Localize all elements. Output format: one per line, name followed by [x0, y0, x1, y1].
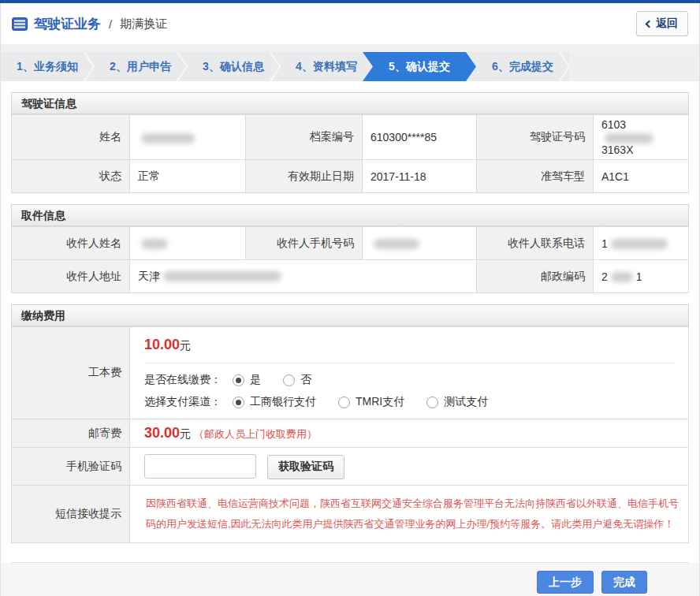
license-number-value: 61033163X	[594, 115, 689, 160]
table-row: 收件人姓名 收件人手机号码 收件人联系电话 1	[12, 227, 689, 260]
postage-value: 30.00元（邮政人员上门收取费用）	[130, 419, 689, 448]
address-value: 天津	[130, 260, 477, 293]
recipient-phone-value	[363, 227, 477, 260]
production-fee-amount-line: 10.00元	[144, 337, 674, 353]
status-value: 正常	[130, 160, 246, 193]
channel-option-tmri[interactable]: TMRI支付	[338, 395, 404, 409]
step-tab-2-label: 2、用户申告	[110, 60, 171, 74]
radio-unselected-icon	[338, 397, 350, 408]
step-tab-5-active[interactable]: 5、确认提交	[363, 52, 476, 81]
steps-bar-filler	[569, 52, 699, 81]
postcode-prefix: 2	[601, 270, 608, 283]
step-tab-2[interactable]: 2、用户申告	[94, 52, 187, 81]
fee-divider	[144, 363, 674, 363]
step-tab-4[interactable]: 4、资料填写	[280, 52, 373, 81]
finish-button[interactable]: 完成	[601, 571, 647, 594]
table-row: 工本费 10.00元 是否在线缴费： 是	[12, 327, 689, 419]
footer-bar: 上一步 完成	[1, 563, 699, 596]
table-row: 状态 正常 有效期止日期 2017-11-18 准驾车型 A1C1	[12, 160, 689, 193]
step-tab-3-label: 3、确认信息	[203, 60, 264, 74]
yuan-unit: 元	[180, 427, 191, 440]
postage-amount: 30.00	[144, 425, 180, 441]
get-code-button[interactable]: 获取验证码	[267, 455, 344, 479]
redacted-blob	[605, 133, 653, 143]
pay-channel-row: 选择支付渠道： 工商银行支付 TMRI支付	[144, 395, 674, 409]
sms-code-label: 手机验证码	[12, 448, 130, 486]
redacted-blob	[141, 239, 168, 249]
header-gap	[1, 45, 699, 52]
chevron-separator-icon	[177, 52, 188, 81]
file-number-label: 档案编号	[246, 115, 363, 160]
online-pay-option-yes[interactable]: 是	[233, 373, 261, 387]
license-number-suffix: 3163X	[601, 143, 633, 156]
page-subtitle: 期满换证	[120, 17, 167, 32]
channel-tmri-label: TMRI支付	[356, 395, 404, 409]
channel-test-label: 测试支付	[444, 395, 488, 409]
online-pay-yes-label: 是	[250, 373, 261, 387]
license-info-table: 姓名 档案编号 610300****85 驾驶证号码 61033163X 状态 …	[11, 114, 689, 193]
step-tab-3[interactable]: 3、确认信息	[187, 52, 280, 81]
online-pay-option-no[interactable]: 否	[283, 373, 311, 387]
license-section-title: 驾驶证信息	[11, 92, 689, 114]
channel-icbc-label: 工商银行支付	[250, 395, 316, 409]
sms-code-cell: 获取验证码	[130, 448, 689, 486]
radio-unselected-icon	[426, 397, 438, 408]
back-chevron-icon	[646, 20, 653, 28]
yuan-unit: 元	[180, 339, 191, 352]
list-icon	[12, 17, 28, 31]
step-tab-5-label: 5、确认提交	[389, 60, 450, 74]
recipient-name-label: 收件人姓名	[12, 227, 130, 260]
table-row: 手机验证码 获取验证码	[12, 448, 689, 486]
redacted-blob	[611, 239, 668, 249]
redacted-blob	[163, 271, 281, 281]
page-header: 驾驶证业务 / 期满换证 返回	[1, 3, 699, 45]
recipient-tel-value: 1	[594, 227, 689, 260]
step-tab-6[interactable]: 6、完成提交	[476, 52, 569, 81]
sms-tip-label: 短信接收提示	[12, 486, 130, 543]
page-container: 驾驶证业务 / 期满换证 返回 1、业务须知 2、用户申告 3、确认信息 4、资…	[0, 3, 700, 596]
previous-step-button[interactable]: 上一步	[537, 571, 594, 594]
channel-option-icbc[interactable]: 工商银行支付	[233, 395, 316, 409]
online-pay-label: 是否在线缴费：	[144, 373, 222, 387]
online-pay-no-label: 否	[300, 373, 311, 387]
redacted-blob	[611, 272, 633, 282]
online-pay-row: 是否在线缴费： 是 否	[144, 373, 674, 387]
table-row: 收件人地址 天津 邮政编码 21	[12, 260, 689, 293]
sms-tip-cell: 因陕西省联通、电信运营商技术问题，陕西省互联网交通安全综合服务管理平台无法向持陕…	[130, 486, 689, 543]
step-tab-1-label: 1、业务须知	[17, 60, 78, 74]
step-tab-6-label: 6、完成提交	[492, 60, 553, 74]
fees-table: 工本费 10.00元 是否在线缴费： 是	[11, 326, 689, 543]
channel-option-test[interactable]: 测试支付	[426, 395, 488, 409]
expiry-label: 有效期止日期	[246, 160, 363, 193]
section-fees: 缴纳费用 工本费 10.00元 是否在线缴费：	[11, 304, 689, 543]
step-tab-4-label: 4、资料填写	[296, 60, 357, 74]
radio-selected-icon	[233, 374, 244, 386]
table-row: 短信接收提示 因陕西省联通、电信运营商技术问题，陕西省互联网交通安全综合服务管理…	[12, 486, 689, 543]
postage-label: 邮寄费	[12, 419, 130, 448]
pickup-section-title: 取件信息	[11, 204, 689, 226]
vehicle-class-label: 准驾车型	[477, 160, 594, 193]
postcode-label: 邮政编码	[477, 260, 594, 293]
license-number-label: 驾驶证号码	[477, 115, 594, 160]
pickup-info-table: 收件人姓名 收件人手机号码 收件人联系电话 1 收件人地址 天津 邮政编码 21	[11, 226, 689, 293]
status-label: 状态	[12, 160, 130, 193]
expiry-value: 2017-11-18	[363, 160, 477, 193]
redacted-blob	[141, 133, 195, 143]
vehicle-class-value: A1C1	[594, 160, 689, 193]
chevron-separator-icon	[270, 52, 281, 81]
recipient-tel-prefix: 1	[601, 237, 608, 250]
back-button[interactable]: 返回	[636, 11, 688, 36]
pay-channel-label: 选择支付渠道：	[144, 395, 222, 409]
recipient-name-value	[130, 227, 246, 260]
production-fee-value: 10.00元 是否在线缴费： 是	[130, 327, 689, 419]
address-label: 收件人地址	[12, 260, 130, 293]
step-tab-1[interactable]: 1、业务须知	[1, 52, 94, 81]
sms-code-input[interactable]	[144, 454, 256, 479]
sms-tip-text: 因陕西省联通、电信运营商技术问题，陕西省互联网交通安全综合服务管理平台无法向持陕…	[144, 489, 680, 539]
postage-note: （邮政人员上门收取费用）	[194, 428, 317, 440]
recipient-phone-label: 收件人手机号码	[246, 227, 363, 260]
fees-section-title: 缴纳费用	[11, 304, 689, 326]
back-button-label: 返回	[656, 17, 678, 31]
chevron-separator-icon	[559, 52, 570, 81]
steps-bar: 1、业务须知 2、用户申告 3、确认信息 4、资料填写 5、确认提交 6、完成提…	[1, 52, 699, 81]
